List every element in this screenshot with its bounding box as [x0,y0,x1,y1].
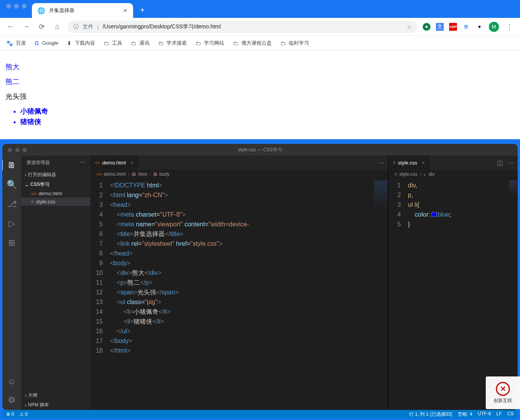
window-controls [5,4,32,14]
split-icon[interactable]: ◫ [497,159,503,166]
rendered-div: 熊大 [5,62,515,72]
bookmark-downloads[interactable]: ⬇下载内容 [67,40,95,47]
project-section[interactable]: ⌄CSS学习 [21,180,90,189]
min-dot[interactable] [14,4,19,9]
new-tab-button[interactable]: + [133,6,152,18]
css-file-icon: # [395,172,397,177]
git-icon[interactable]: ⎇ [7,199,17,209]
globe-icon: 🌐 [37,7,45,14]
close-icon[interactable]: × [422,160,425,166]
npm-section[interactable]: ›NPM 脚本 [21,400,90,410]
browser-tabstrip: 🌐 并集选择器 ✕ + [0,0,520,18]
search-icon[interactable]: 🔍 [7,180,17,190]
minimap[interactable] [509,180,517,196]
watermark-text: 创新互联 [494,397,512,404]
account-icon[interactable]: ☺ [7,376,17,387]
html-file-icon: <> [31,191,36,196]
menu-button[interactable]: ⋮ [504,23,515,31]
file-item-style[interactable]: #style.css [21,198,90,206]
bookmark-cloud[interactable]: 🗀俄方课程云盘 [233,40,272,47]
activity-bar: 🗎 🔍 ⎇ ▷ ⊞ ☺ ⚙ [2,156,21,410]
code-editor[interactable]: 1div,2p,3ul li{4 color: blue;5} [388,179,518,410]
max-dot[interactable] [22,4,26,9]
open-editors-section[interactable]: ›打开的编辑器 [21,170,90,180]
tag-icon: ⊞ [132,172,136,177]
page-content: 熊大 熊二 光头强 小猪佩奇 猪猪侠 [0,51,520,139]
shield-icon[interactable]: ⛨ [462,23,470,31]
minimap[interactable] [374,180,387,208]
status-warnings[interactable]: ⚠ 0 [19,411,28,417]
selector-icon: ⬨ [423,172,426,177]
bookmark-tools[interactable]: 🗀工具 [104,40,122,47]
home-button[interactable]: ⌂ [52,23,62,31]
status-bar: ⊗ 0 ⚠ 0 行 1, 列 1 (已选择33) 空格: 4 UTF-8 LF … [2,410,518,418]
breadcrumb[interactable]: #style.css› ⬨div [388,170,518,179]
vsc-min-dot[interactable] [15,148,19,152]
watermark: ✕ 创新互联 [486,376,520,409]
vscode-title: style.css — CSS学习 [238,147,282,153]
more-icon[interactable]: ⋯ [80,159,85,166]
status-encoding[interactable]: UTF-8 [478,411,491,418]
vsc-max-dot[interactable] [23,148,27,152]
puzzle-icon[interactable]: ✦ [476,23,483,31]
vscode-window: style.css — CSS学习 🗎 🔍 ⎇ ▷ ⊞ ☺ ⚙ 资源管理器⋯ ›… [2,144,518,410]
editor-tab-style[interactable]: #style.css× [388,156,430,170]
rendered-ul: 小猪佩奇 猪猪侠 [20,107,515,126]
more-icon[interactable]: ⋯ [378,159,384,166]
ext-icon[interactable]: ✦ [423,23,430,31]
code-editor[interactable]: 1<!DOCTYPE html>2<html lang="zh-CN">3<he… [90,179,388,410]
bookmark-academic[interactable]: 🗀学术搜索 [158,40,187,47]
tab-bar: #style.css× ◫⋯ [388,156,518,170]
bookmark-baidu[interactable]: 🐾百度 [6,40,26,47]
addr-path: /Users/ganmingpro/Desktop/CSS学习/demo.htm… [103,23,221,30]
css-file-icon: # [393,160,395,165]
bookmark-study[interactable]: 🗀学习网站 [195,40,224,47]
star-icon[interactable]: ☆ [407,24,412,30]
bookmark-comm[interactable]: 🗀通讯 [131,40,149,47]
abp-icon[interactable]: ABP [449,23,457,31]
reload-button[interactable]: ⟳ [37,23,47,31]
status-eol[interactable]: LF [496,411,502,418]
list-item: 小猪佩奇 [20,107,515,116]
chevron-right-icon: › [25,393,26,398]
editor-area: <>demo.html× ⋯ <>demo.html› ⊞html› ⊞body… [90,156,518,410]
forward-button[interactable]: → [21,23,31,31]
outline-section[interactable]: ›大纲 [21,390,90,400]
chevron-right-icon: › [25,402,26,408]
bookmark-google[interactable]: GGoogle [35,40,58,46]
close-icon[interactable]: × [131,160,134,166]
close-icon[interactable]: ✕ [123,7,128,14]
extensions-icon[interactable]: ⊞ [7,238,17,248]
bookmarks-bar: 🐾百度 GGoogle ⬇下载内容 🗀工具 🗀通讯 🗀学术搜索 🗀学习网站 🗀俄… [0,36,520,51]
rendered-p: 熊二 [5,77,515,86]
editor-group-2: #style.css× ◫⋯ #style.css› ⬨div 1div,2p,… [388,156,518,410]
chevron-down-icon: ⌄ [25,182,29,187]
more-icon[interactable]: ⋯ [508,159,514,166]
bookmark-temp[interactable]: 🗀临时学习 [280,40,309,47]
vsc-close-dot[interactable] [8,148,12,152]
html-file-icon: <> [95,160,100,165]
translate-icon[interactable]: 文 [436,23,444,31]
breadcrumb[interactable]: <>demo.html› ⊞html› ⊞body [90,170,388,179]
info-icon: ⓘ [73,23,79,30]
addr-prefix: 文件 [83,23,93,30]
explorer-icon[interactable]: 🗎 [2,160,21,170]
editor-tab-demo[interactable]: <>demo.html× [90,156,138,170]
status-errors[interactable]: ⊗ 0 [6,411,14,417]
close-dot[interactable] [6,4,11,9]
file-item-demo[interactable]: <>demo.html [21,189,90,198]
status-position[interactable]: 行 1, 列 1 (已选择33) [409,411,452,418]
browser-tab[interactable]: 🌐 并集选择器 ✕ [32,3,133,18]
watermark-logo: ✕ [496,382,510,396]
chevron-right-icon: › [25,172,26,178]
tab-bar: <>demo.html× ⋯ [90,156,388,170]
gear-icon[interactable]: ⚙ [7,395,17,405]
back-button[interactable]: ← [5,23,16,31]
status-lang[interactable]: CS [507,411,514,418]
address-bar[interactable]: ⓘ 文件 | /Users/ganmingpro/Desktop/CSS学习/d… [68,21,417,33]
profile-avatar[interactable]: M [489,22,499,32]
debug-icon[interactable]: ▷ [7,219,17,229]
extension-icons: ✦ 文 ABP ⛨ ✦ M ⋮ [423,22,515,32]
status-spaces[interactable]: 空格: 4 [458,411,472,418]
tab-title: 并集选择器 [49,7,119,14]
